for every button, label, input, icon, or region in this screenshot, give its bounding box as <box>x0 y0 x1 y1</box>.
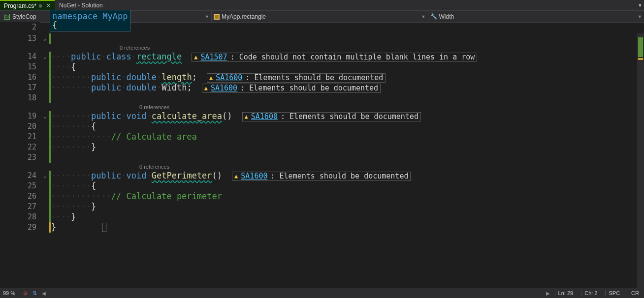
breadcrumb-class[interactable]: MyApp.rectangle ▼ <box>212 11 428 22</box>
warning-icon: ▲ <box>245 112 248 122</box>
code-text[interactable]: ········{ <box>51 121 644 132</box>
scroll-change-marker <box>638 37 643 57</box>
warning-message: : Code should not contain multiple blank… <box>230 52 475 62</box>
link-icon[interactable]: ⇅ <box>32 290 37 297</box>
nav-forward-icon[interactable]: ▶ <box>546 291 550 296</box>
tab-nuget[interactable]: NuGet - Solution <box>55 0 107 10</box>
warning-code[interactable]: SA1507 <box>200 52 227 62</box>
error-icon[interactable]: ⊘ <box>23 290 28 297</box>
field-icon: 🔧 <box>430 13 437 20</box>
code-line[interactable]: 15····{ <box>0 62 644 72</box>
zoom-level[interactable]: 99 % <box>2 290 18 296</box>
fold-icon[interactable]: ⌄ <box>43 33 46 44</box>
fold-margin[interactable]: ⌄ <box>40 171 49 181</box>
warning-inline[interactable]: ▲SA1600: Elements should be documented <box>232 172 411 181</box>
code-text[interactable]: ····} <box>51 212 644 222</box>
sticky-scroll-header[interactable]: namespace MyApp { <box>50 10 130 31</box>
tab-label: NuGet - Solution <box>59 2 103 9</box>
code-line[interactable]: 21············// Calculate area <box>0 132 644 142</box>
warning-code[interactable]: SA1600 <box>241 171 267 181</box>
warning-message: : Elements should be documented <box>245 73 383 83</box>
code-text[interactable]: ········public·void·calculate_area()▲SA1… <box>51 111 644 121</box>
code-line[interactable]: 24⌄········public·void·GetPerimeter()▲SA… <box>0 171 644 181</box>
code-text[interactable]: ····public·class·rectangle▲SA1507: Code … <box>51 52 644 62</box>
fold-margin[interactable]: ⌄ <box>40 33 49 44</box>
stylecop-indicator[interactable]: C# StyleCop <box>0 11 49 22</box>
code-line[interactable]: 14⌄····public·class·rectangle▲SA1507: Co… <box>0 52 644 62</box>
code-line[interactable]: 17········public·double·Width;▲SA1600: E… <box>0 83 644 93</box>
warning-inline[interactable]: ▲SA1600: Elements should be documented <box>202 84 381 93</box>
code-text[interactable]: } <box>51 222 644 233</box>
code-line[interactable]: 16········public·double·length;▲SA1600: … <box>0 72 644 83</box>
codelens-row[interactable]: 0 references <box>0 163 644 171</box>
code-line[interactable]: 26············// Calculate perimeter <box>0 191 644 202</box>
code-text[interactable]: ········public·void·GetPerimeter()▲SA160… <box>51 171 644 181</box>
code-text[interactable]: ············// Calculate area <box>51 132 644 142</box>
line-number: 28 <box>0 212 40 222</box>
warning-code[interactable]: SA1600 <box>251 112 278 122</box>
warning-code[interactable]: SA1600 <box>211 83 237 93</box>
codelens-row[interactable]: 0 references <box>0 44 644 52</box>
close-icon[interactable]: ✕ <box>46 2 51 9</box>
status-bar: 99 % ⊘ ⇅ ◀ ▶ Ln: 29 Ch: 2 SPC CR <box>0 288 644 298</box>
code-line[interactable]: 27········} <box>0 202 644 212</box>
fold-margin[interactable]: ⌄ <box>40 111 49 121</box>
code-line[interactable]: 22········} <box>0 142 644 152</box>
tab-program-cs[interactable]: Program.cs* ⊕ ✕ <box>0 0 55 10</box>
code-text[interactable]: ········} <box>51 142 644 152</box>
line-number: 21 <box>0 132 40 142</box>
vertical-scrollbar[interactable] <box>637 33 644 288</box>
fold-icon[interactable]: ⌄ <box>43 52 46 62</box>
code-text[interactable]: ········public·double·length;▲SA1600: El… <box>51 72 644 83</box>
code-line[interactable]: 20········{ <box>0 121 644 132</box>
tab-bar: Program.cs* ⊕ ✕ NuGet - Solution ▾ <box>0 0 644 11</box>
nav-back-icon[interactable]: ◀ <box>42 291 46 296</box>
line-number: 19 <box>0 111 40 121</box>
line-number: 24 <box>0 171 40 181</box>
line-number-stray: 2 <box>0 22 40 32</box>
warning-inline[interactable]: ▲SA1600: Elements should be documented <box>207 73 386 83</box>
eol-indicator[interactable]: CR <box>628 290 642 296</box>
line-indicator[interactable]: Ln: 29 <box>555 290 577 296</box>
code-text[interactable]: ········} <box>51 202 644 212</box>
line-number: 27 <box>0 202 40 212</box>
code-text[interactable]: ········public·double·Width;▲SA1600: Ele… <box>51 83 644 93</box>
warning-message: : Elements should be documented <box>240 83 378 93</box>
chevron-down-icon[interactable]: ▼ <box>205 14 209 19</box>
indent-indicator[interactable]: SPC <box>605 290 623 296</box>
tab-overflow-button[interactable]: ▾ <box>636 0 644 10</box>
code-text[interactable]: ············// Calculate perimeter <box>51 191 644 202</box>
warning-code[interactable]: SA1600 <box>216 73 242 83</box>
line-number: 17 <box>0 83 40 93</box>
code-text[interactable]: ····{ <box>51 62 644 72</box>
warning-inline[interactable]: ▲SA1600: Elements should be documented <box>242 112 421 121</box>
code-editor[interactable]: 13⌄0 references14⌄····public·class·recta… <box>0 33 644 288</box>
code-text[interactable]: ········{ <box>51 181 644 191</box>
tab-label: Program.cs* <box>4 2 36 9</box>
code-line[interactable]: 25········{ <box>0 181 644 191</box>
line-number: 15 <box>0 62 40 72</box>
tabbar-filler <box>107 0 636 10</box>
code-line[interactable]: 28····} <box>0 212 644 222</box>
warning-message: : Elements should be documented <box>271 171 409 181</box>
stylecop-label: StyleCop <box>12 13 36 20</box>
line-number: 23 <box>0 152 40 163</box>
chevron-down-icon[interactable]: ▼ <box>421 14 426 19</box>
line-number: 14 <box>0 52 40 62</box>
chevron-down-icon[interactable]: ▼ <box>638 14 642 19</box>
tooltip-line1: namespace MyApp <box>52 11 128 21</box>
warning-icon: ▲ <box>234 171 238 181</box>
column-indicator[interactable]: Ch: 2 <box>581 290 600 296</box>
pin-icon[interactable]: ⊕ <box>38 3 42 8</box>
breadcrumb-member[interactable]: 🔧 Width ▼ <box>428 11 644 22</box>
fold-icon[interactable]: ⌄ <box>43 171 46 181</box>
fold-icon[interactable]: ⌄ <box>43 111 46 121</box>
warning-inline[interactable]: ▲SA1507: Code should not contain multipl… <box>192 53 477 62</box>
warning-icon: ▲ <box>204 83 208 93</box>
code-line[interactable]: 29} <box>0 222 644 233</box>
codelens-row[interactable]: 0 references <box>0 103 644 111</box>
fold-margin[interactable]: ⌄ <box>40 52 49 62</box>
code-line[interactable]: 19⌄········public·void·calculate_area()▲… <box>0 111 644 121</box>
line-number: 20 <box>0 121 40 132</box>
breadcrumb-label: MyApp.rectangle <box>222 13 266 20</box>
